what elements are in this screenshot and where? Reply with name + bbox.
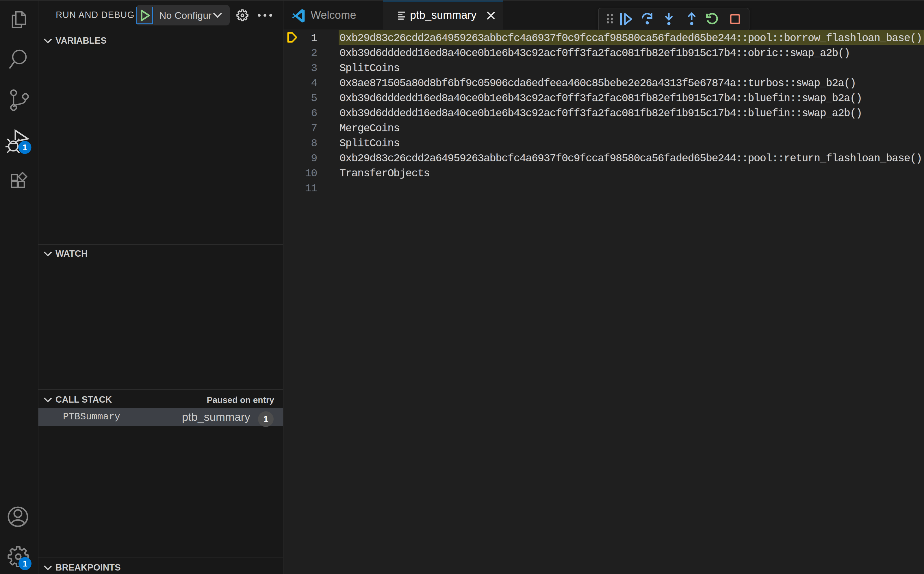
svg-text:1: 1 — [263, 414, 268, 424]
